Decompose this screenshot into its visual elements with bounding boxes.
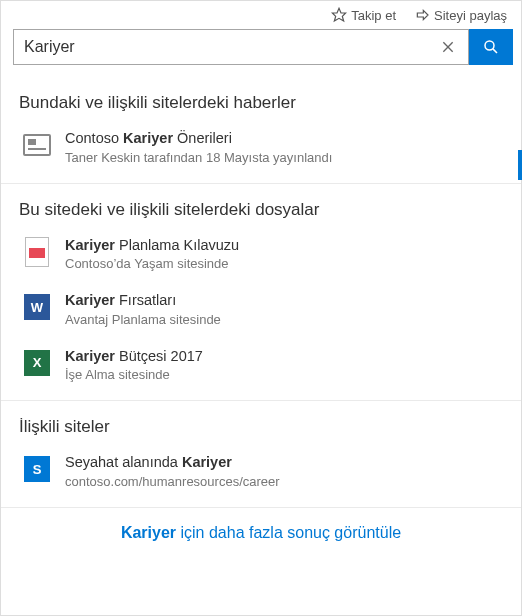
search-box	[13, 29, 469, 65]
result-subtitle: Avantaj Planlama sitesinde	[65, 312, 505, 327]
search-button[interactable]	[469, 29, 513, 65]
result-subtitle: contoso.com/humanresources/career	[65, 474, 505, 489]
excel-icon: X	[23, 349, 51, 377]
pdf-icon	[23, 238, 51, 266]
clear-search-button[interactable]	[434, 39, 462, 55]
result-title: Kariyer Bütçesi 2017	[65, 347, 505, 367]
sites-section: İlişkili siteler S Seyahat alanında Kari…	[1, 401, 521, 508]
news-section-header: Bundaki ve ilişkili sitelerdeki haberler	[19, 93, 505, 113]
search-input[interactable]	[24, 38, 434, 56]
svg-marker-0	[333, 8, 346, 21]
word-icon: W	[23, 293, 51, 321]
result-title: Kariyer Fırsatları	[65, 291, 505, 311]
follow-label: Takip et	[351, 8, 396, 23]
result-title: Contoso Kariyer Önerileri	[65, 129, 505, 149]
search-results: Bundaki ve ilişkili sitelerdeki haberler…	[1, 71, 521, 558]
svg-line-4	[493, 49, 497, 53]
news-result-contoso-kariyer[interactable]: Contoso Kariyer Önerileri Taner Keskin t…	[19, 123, 505, 179]
files-section-header: Bu sitedeki ve ilişkili sitelerdeki dosy…	[19, 200, 505, 220]
file-result-butcesi-2017[interactable]: X Kariyer Bütçesi 2017 İşe Alma sitesind…	[19, 341, 505, 397]
close-icon	[440, 39, 456, 55]
result-title: Seyahat alanında Kariyer	[65, 453, 505, 473]
sharepoint-icon: S	[23, 455, 51, 483]
search-row	[1, 27, 521, 71]
file-result-planlama-kilavuzu[interactable]: Kariyer Planlama Kılavuzu Contoso’da Yaş…	[19, 230, 505, 286]
result-subtitle: Taner Keskin tarafından 18 Mayısta yayın…	[65, 150, 505, 165]
result-title: Kariyer Planlama Kılavuzu	[65, 236, 505, 256]
result-subtitle: Contoso’da Yaşam sitesinde	[65, 256, 505, 271]
site-result-seyahat[interactable]: S Seyahat alanında Kariyer contoso.com/h…	[19, 447, 505, 503]
svg-point-3	[485, 41, 494, 50]
accent-bar	[518, 150, 522, 180]
search-icon	[482, 38, 500, 56]
share-icon	[414, 7, 430, 23]
share-label: Siteyi paylaş	[434, 8, 507, 23]
result-subtitle: İşe Alma sitesinde	[65, 367, 505, 382]
follow-button[interactable]: Takip et	[331, 7, 396, 23]
show-more-results-link[interactable]: Kariyer için daha fazla sonuç görüntüle	[1, 508, 521, 558]
sites-section-header: İlişkili siteler	[19, 417, 505, 437]
file-result-firsatlari[interactable]: W Kariyer Fırsatları Avantaj Planlama si…	[19, 285, 505, 341]
top-bar: Takip et Siteyi paylaş	[1, 1, 521, 27]
star-icon	[331, 7, 347, 23]
files-section: Bu sitedeki ve ilişkili sitelerdeki dosy…	[1, 184, 521, 402]
news-section: Bundaki ve ilişkili sitelerdeki haberler…	[1, 77, 521, 184]
share-site-button[interactable]: Siteyi paylaş	[414, 7, 507, 23]
news-icon	[23, 131, 51, 159]
